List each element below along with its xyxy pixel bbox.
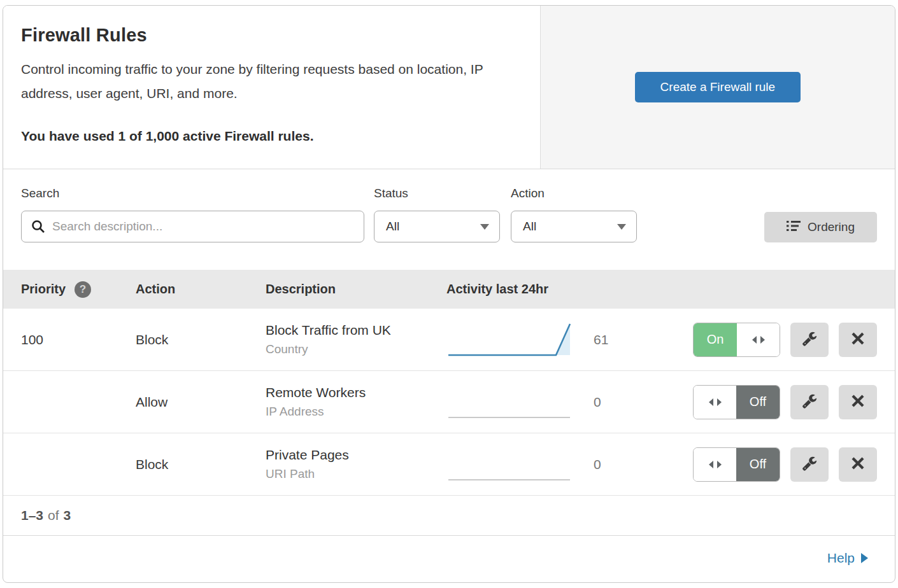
edit-rule-button[interactable] — [790, 447, 829, 482]
search-box — [21, 211, 364, 242]
table-row: 100 Block Block Traffic from UK Country … — [3, 309, 895, 371]
help-link[interactable]: Help — [827, 550, 868, 566]
rule-enabled-toggle[interactable]: Off — [693, 385, 780, 419]
edit-rule-button[interactable] — [790, 323, 829, 357]
filter-bar: Search Status All Action All — [3, 169, 895, 270]
search-input[interactable] — [21, 211, 364, 242]
status-label: Status — [374, 186, 500, 202]
toggle-state-label: On — [694, 323, 737, 356]
list-ordering-icon — [787, 220, 801, 235]
status-filter-group: Status All — [374, 186, 500, 270]
activity-count: 0 — [577, 395, 632, 410]
rule-match-type: Country — [266, 342, 446, 356]
toggle-state-label: Off — [736, 448, 780, 481]
table-row: Allow Remote Workers IP Address 0 Off — [3, 371, 895, 433]
priority-help-icon[interactable]: ? — [75, 281, 91, 298]
table-header-row: Priority ? Action Description Activity l… — [3, 270, 895, 309]
help-link-label: Help — [827, 550, 855, 566]
help-footer: Help — [3, 536, 895, 580]
ordering-button[interactable]: Ordering — [764, 212, 877, 242]
delete-rule-button[interactable] — [839, 385, 877, 419]
firewall-rules-panel: Firewall Rules Control incoming traffic … — [3, 5, 895, 583]
search-group: Search — [21, 186, 364, 270]
table-row: Block Private Pages URI Path 0 Off — [3, 433, 895, 496]
rule-priority: 100 — [21, 332, 136, 347]
action-filter-group: Action All — [511, 186, 637, 270]
action-selected-value: All — [523, 220, 536, 234]
status-select[interactable]: All — [374, 211, 500, 242]
pagination-total: 3 — [64, 508, 71, 523]
close-icon — [851, 332, 865, 347]
rule-description: Block Traffic from UK — [266, 323, 446, 338]
rule-action: Allow — [136, 395, 266, 410]
activity-sparkline — [446, 319, 577, 361]
rule-match-type: URI Path — [266, 467, 446, 481]
activity-sparkline — [446, 444, 577, 486]
wrench-icon — [802, 456, 817, 473]
pagination-bar: 1–3 of 3 — [3, 496, 895, 536]
page-title: Firewall Rules — [21, 25, 515, 46]
status-selected-value: All — [386, 220, 399, 234]
rule-match-type: IP Address — [266, 405, 446, 419]
activity-count: 0 — [577, 457, 632, 472]
column-header-description: Description — [266, 282, 446, 297]
toggle-handle-icon — [694, 386, 736, 419]
search-label: Search — [21, 186, 364, 202]
rule-enabled-toggle[interactable]: Off — [693, 447, 780, 482]
close-icon — [851, 456, 865, 472]
ordering-button-label: Ordering — [808, 220, 855, 234]
toggle-handle-icon — [694, 448, 736, 481]
column-header-action: Action — [136, 282, 266, 297]
wrench-icon — [802, 393, 817, 410]
rule-enabled-toggle[interactable]: On — [693, 323, 780, 357]
column-header-activity: Activity last 24hr — [446, 282, 548, 297]
rule-action: Block — [136, 457, 266, 472]
column-header-priority: Priority — [21, 282, 66, 297]
action-label: Action — [511, 186, 637, 202]
action-select[interactable]: All — [511, 211, 637, 242]
pagination-range: 1–3 — [21, 508, 43, 523]
activity-sparkline — [446, 381, 577, 423]
delete-rule-button[interactable] — [839, 323, 877, 357]
pagination-of-label: of — [48, 508, 59, 523]
delete-rule-button[interactable] — [839, 447, 877, 482]
edit-rule-button[interactable] — [790, 385, 829, 419]
create-firewall-rule-button[interactable]: Create a Firewall rule — [635, 72, 801, 102]
header-section: Firewall Rules Control incoming traffic … — [3, 6, 895, 169]
rule-description: Private Pages — [266, 447, 446, 463]
rule-description: Remote Workers — [266, 385, 446, 400]
page-description: Control incoming traffic to your zone by… — [21, 57, 515, 106]
arrow-right-icon — [861, 553, 868, 563]
toggle-handle-icon — [737, 323, 780, 356]
usage-summary: You have used 1 of 1,000 active Firewall… — [21, 129, 515, 144]
toggle-state-label: Off — [736, 386, 780, 419]
rule-action: Block — [136, 332, 266, 347]
activity-count: 61 — [577, 332, 632, 347]
ordering-group: Ordering — [764, 186, 877, 270]
chevron-down-icon — [617, 224, 626, 230]
chevron-down-icon — [480, 224, 489, 230]
search-icon — [31, 219, 46, 237]
header-text-block: Firewall Rules Control incoming traffic … — [3, 6, 540, 169]
wrench-icon — [802, 331, 817, 348]
close-icon — [851, 394, 865, 410]
header-action-panel: Create a Firewall rule — [540, 6, 895, 169]
